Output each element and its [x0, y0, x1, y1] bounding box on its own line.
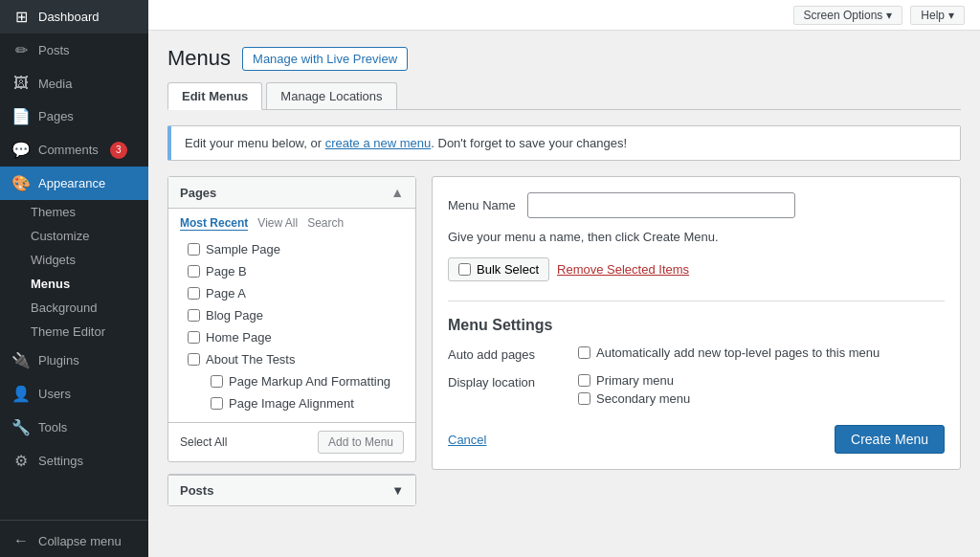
plugins-icon: 🔌 — [11, 351, 31, 369]
sidebar-item-pages[interactable]: 📄 Pages — [0, 100, 148, 133]
info-banner: Edit your menu below, or create a new me… — [167, 125, 961, 161]
bulk-select-checkbox[interactable] — [458, 263, 471, 276]
chevron-up-icon: ▲ — [390, 185, 404, 200]
pages-tabs: Most Recent View All Search — [180, 216, 404, 231]
comments-badge: 3 — [110, 142, 127, 159]
primary-menu-label[interactable]: Primary menu — [578, 373, 945, 388]
sidebar-item-comments[interactable]: 💬 Comments 3 — [0, 133, 148, 167]
menu-settings-title: Menu Settings — [448, 317, 945, 334]
menu-structure-box: Menu Name Give your menu a name, then cl… — [432, 176, 961, 470]
posts-panel: Posts ▼ — [167, 474, 416, 506]
help-button[interactable]: Help ▾ — [910, 6, 965, 25]
pages-panel-body: Most Recent View All Search Sample Page … — [168, 209, 415, 422]
sidebar-sub-item-customize[interactable]: Customize — [0, 224, 148, 248]
list-item[interactable]: Page A — [180, 282, 404, 304]
list-item[interactable]: Sample Page — [180, 238, 404, 260]
action-row: Cancel Create Menu — [448, 425, 945, 454]
display-location-content: Primary menu Secondary menu — [578, 373, 945, 410]
auto-add-label: Auto add pages — [448, 345, 563, 362]
create-menu-button[interactable]: Create Menu — [835, 425, 945, 454]
main-area: Screen Options ▾ Help ▾ Menus Manage wit… — [148, 0, 980, 557]
page-checkbox[interactable] — [188, 287, 200, 300]
appearance-icon: 🎨 — [11, 174, 31, 192]
page-checkbox[interactable] — [211, 397, 223, 410]
chevron-down-icon: ▾ — [948, 9, 954, 22]
sidebar-sub-item-theme-editor[interactable]: Theme Editor — [0, 320, 148, 344]
dashboard-icon: ⊞ — [11, 8, 31, 26]
list-item[interactable]: Home Page — [180, 326, 404, 348]
sidebar-item-media[interactable]: 🖼 Media — [0, 67, 148, 100]
tools-icon: 🔧 — [11, 418, 31, 436]
tab-manage-locations[interactable]: Manage Locations — [266, 82, 396, 109]
remove-selected-link[interactable]: Remove Selected Items — [557, 262, 689, 277]
auto-add-checkbox-label[interactable]: Automatically add new top-level pages to… — [578, 345, 945, 360]
sidebar-item-tools[interactable]: 🔧 Tools — [0, 411, 148, 444]
pages-panel: Pages ▲ Most Recent View All Search Samp… — [167, 176, 416, 462]
pages-panel-footer: Select All Add to Menu — [168, 422, 415, 461]
collapse-icon: ← — [11, 532, 31, 549]
sidebar-item-plugins[interactable]: 🔌 Plugins — [0, 344, 148, 377]
tab-view-all[interactable]: View All — [257, 216, 298, 231]
list-item[interactable]: Page Image Alignment — [180, 392, 404, 414]
create-new-menu-link[interactable]: create a new menu — [325, 136, 432, 150]
menu-name-label: Menu Name — [448, 198, 516, 212]
secondary-menu-checkbox[interactable] — [578, 392, 590, 405]
posts-panel-header[interactable]: Posts ▼ — [168, 475, 415, 505]
bulk-select-row: Bulk Select Remove Selected Items — [448, 257, 945, 281]
sidebar-sub-item-background[interactable]: Background — [0, 296, 148, 320]
page-checkbox[interactable] — [188, 309, 200, 322]
select-all-link[interactable]: Select All — [180, 435, 227, 449]
chevron-down-icon: ▾ — [886, 9, 892, 22]
pages-list: Sample Page Page B Page A Blog Page Home… — [180, 238, 404, 414]
bulk-select-button[interactable]: Bulk Select — [448, 257, 549, 281]
posts-icon: ✏ — [11, 41, 31, 59]
sidebar-item-settings[interactable]: ⚙ Settings — [0, 444, 148, 478]
list-item[interactable]: Blog Page — [180, 304, 404, 326]
list-item[interactable]: About The Tests — [180, 348, 404, 370]
menu-name-input[interactable] — [527, 192, 795, 218]
list-item[interactable]: Page B — [180, 260, 404, 282]
sidebar-item-dashboard[interactable]: ⊞ Dashboard — [0, 0, 148, 33]
menu-settings-section: Menu Settings Auto add pages Automatical… — [448, 317, 945, 410]
menu-name-row: Menu Name — [448, 192, 945, 218]
sidebar-sub-item-themes[interactable]: Themes — [0, 200, 148, 224]
left-panel: Pages ▲ Most Recent View All Search Samp… — [167, 176, 416, 518]
topbar: Screen Options ▾ Help ▾ — [148, 0, 980, 31]
two-col-layout: Pages ▲ Most Recent View All Search Samp… — [167, 176, 961, 518]
tab-search[interactable]: Search — [307, 216, 344, 231]
page-title: Menus — [167, 46, 231, 71]
sidebar-sub-item-menus[interactable]: Menus — [0, 272, 148, 296]
collapse-menu-item[interactable]: ← Collapse menu — [0, 524, 148, 557]
display-location-row: Display location Primary menu Secondary … — [448, 373, 945, 410]
users-icon: 👤 — [11, 385, 31, 403]
menu-hint: Give your menu a name, then click Create… — [448, 230, 945, 244]
page-checkbox[interactable] — [188, 353, 200, 366]
auto-add-checkbox[interactable] — [578, 346, 590, 359]
cancel-link[interactable]: Cancel — [448, 433, 486, 447]
right-panel: Menu Name Give your menu a name, then cl… — [432, 176, 961, 470]
comments-icon: 💬 — [11, 141, 31, 159]
page-checkbox[interactable] — [188, 331, 200, 344]
page-checkbox[interactable] — [211, 375, 223, 388]
page-checkbox[interactable] — [188, 243, 200, 256]
tab-most-recent[interactable]: Most Recent — [180, 216, 248, 231]
page-checkbox[interactable] — [188, 265, 200, 278]
sidebar: ⊞ Dashboard ✏ Posts 🖼 Media 📄 Pages 💬 Co… — [0, 0, 148, 557]
auto-add-pages-row: Auto add pages Automatically add new top… — [448, 345, 945, 364]
sidebar-sub-item-widgets[interactable]: Widgets — [0, 248, 148, 272]
auto-add-content: Automatically add new top-level pages to… — [578, 345, 945, 364]
list-item[interactable]: Page Markup And Formatting — [180, 370, 404, 392]
sidebar-item-users[interactable]: 👤 Users — [0, 377, 148, 411]
pages-icon: 📄 — [11, 107, 31, 125]
primary-menu-checkbox[interactable] — [578, 374, 590, 387]
add-to-menu-button[interactable]: Add to Menu — [318, 431, 404, 454]
secondary-menu-label[interactable]: Secondary menu — [578, 391, 945, 406]
chevron-down-icon: ▼ — [391, 483, 404, 498]
live-preview-button[interactable]: Manage with Live Preview — [242, 47, 408, 71]
pages-panel-header[interactable]: Pages ▲ — [168, 177, 415, 209]
sidebar-item-posts[interactable]: ✏ Posts — [0, 33, 148, 67]
settings-icon: ⚙ — [11, 452, 31, 470]
screen-options-button[interactable]: Screen Options ▾ — [793, 6, 903, 25]
sidebar-item-appearance[interactable]: 🎨 Appearance — [0, 167, 148, 200]
tab-edit-menus[interactable]: Edit Menus — [167, 82, 262, 110]
